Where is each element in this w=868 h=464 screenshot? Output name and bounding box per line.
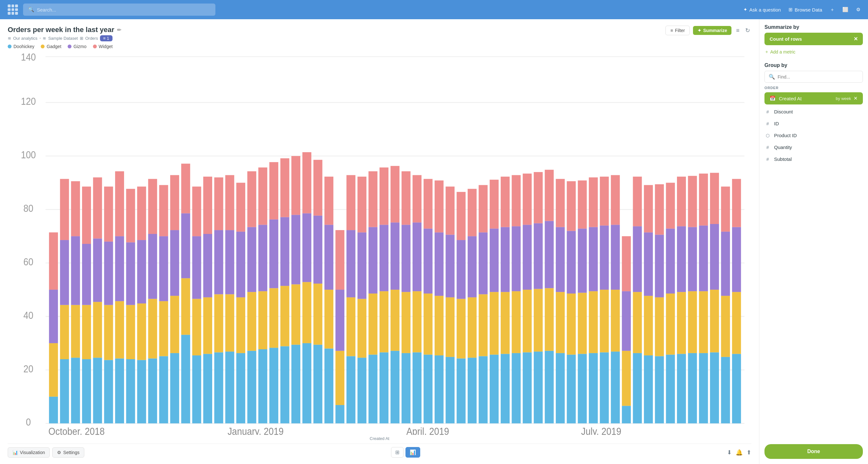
svg-rect-222 [611, 225, 620, 290]
group-search-input[interactable] [778, 74, 859, 80]
hash-icon-discount: # [765, 109, 771, 114]
svg-rect-208 [578, 354, 587, 423]
share-icon[interactable]: ⬆ [746, 449, 751, 456]
svg-rect-88 [247, 351, 256, 423]
svg-rect-42 [115, 236, 124, 301]
visualization-button[interactable]: 📊 Visualization [8, 447, 50, 458]
remove-group-icon[interactable]: ✕ [854, 95, 858, 101]
group-by-label: Group by [760, 60, 868, 71]
svg-rect-229 [633, 292, 642, 353]
browse-data-link[interactable]: ⊞ Browse Data [788, 7, 822, 12]
svg-rect-73 [203, 297, 212, 354]
group-item-id[interactable]: # ID [760, 118, 868, 129]
chart-header: Orders per week in the last year ✏ ≋ Our… [8, 26, 751, 41]
svg-rect-20 [60, 359, 69, 423]
discount-label: Discount [774, 109, 793, 114]
chart-container: 0 20 40 60 80 100 120 140 [8, 53, 751, 441]
svg-rect-55 [148, 179, 157, 234]
svg-rect-121 [336, 351, 345, 405]
remove-metric-icon[interactable]: ✕ [854, 36, 858, 42]
svg-rect-125 [346, 297, 355, 356]
display-button[interactable]: ⬜ [842, 7, 848, 12]
bottom-left: 📊 Visualization ⚙ Settings [8, 447, 84, 458]
svg-rect-38 [104, 242, 113, 305]
filter-badge[interactable]: ≡ 1 [100, 35, 113, 41]
svg-rect-62 [170, 230, 179, 296]
svg-rect-174 [478, 232, 488, 294]
bc-analytics[interactable]: Our analytics [13, 36, 37, 41]
summarize-button[interactable]: ✦ Summarize [693, 26, 732, 35]
plus-icon: ✦ [743, 7, 747, 12]
settings-button[interactable]: ⚙ [856, 7, 860, 12]
svg-rect-175 [478, 185, 488, 232]
group-item-quantity[interactable]: # Quantity [760, 141, 868, 153]
svg-rect-186 [512, 226, 521, 291]
created-at-group-pill[interactable]: 📅 Created At by week ✕ [765, 92, 863, 104]
link-icon-product-id: ⬡ [765, 133, 771, 138]
table-view-toggle[interactable]: ⊞ [391, 447, 404, 458]
svg-rect-193 [534, 289, 542, 351]
svg-rect-137 [379, 291, 389, 352]
svg-rect-100 [280, 346, 289, 423]
group-item-subtotal[interactable]: # Subtotal [760, 153, 868, 165]
svg-rect-183 [501, 177, 509, 227]
filter-icon: ≡ [670, 28, 673, 33]
done-button[interactable]: Done [765, 444, 863, 459]
legend-dot-gadget [41, 44, 44, 49]
svg-rect-138 [379, 225, 389, 291]
svg-rect-47 [126, 189, 135, 242]
add-metric-button[interactable]: ＋ Add a metric [760, 48, 868, 60]
settings-button[interactable]: ⚙ Settings [52, 447, 84, 458]
svg-rect-263 [721, 186, 730, 232]
svg-rect-65 [181, 278, 190, 335]
svg-rect-75 [203, 177, 212, 234]
download-icon[interactable]: ⬇ [727, 449, 732, 456]
svg-rect-238 [655, 235, 664, 297]
svg-rect-260 [721, 357, 730, 423]
svg-rect-141 [391, 290, 399, 351]
svg-rect-39 [104, 186, 113, 242]
alert-icon[interactable]: 🔔 [736, 449, 743, 456]
bc-orders[interactable]: Orders [85, 36, 98, 41]
svg-rect-226 [622, 291, 631, 351]
svg-rect-266 [732, 227, 741, 292]
svg-rect-231 [633, 177, 642, 226]
svg-rect-182 [501, 227, 509, 292]
svg-rect-60 [170, 353, 179, 423]
bar-chart: 0 20 40 60 80 100 120 140 [8, 53, 751, 435]
svg-rect-74 [203, 234, 212, 297]
svg-rect-202 [556, 227, 565, 292]
new-button[interactable]: ＋ [830, 7, 835, 13]
search-bar[interactable]: 🔍 Search... [23, 3, 215, 16]
filter-button[interactable]: ≡ Filter [665, 26, 689, 35]
svg-rect-115 [313, 160, 322, 216]
refresh-button[interactable]: ↻ [744, 26, 751, 35]
svg-rect-151 [412, 175, 422, 222]
svg-rect-51 [137, 186, 146, 240]
svg-rect-191 [523, 174, 532, 225]
legend-label-widget: Widget [99, 44, 113, 49]
group-item-discount[interactable]: # Discount [760, 106, 868, 118]
svg-rect-112 [313, 345, 322, 424]
search-icon: 🔍 [769, 74, 775, 80]
svg-rect-132 [369, 355, 378, 424]
svg-rect-161 [445, 297, 455, 357]
quantity-label: Quantity [774, 145, 792, 150]
svg-rect-129 [358, 299, 366, 358]
chart-view-toggle[interactable]: 📊 [405, 447, 420, 458]
ask-question-link[interactable]: ✦ Ask a question [743, 7, 781, 12]
svg-rect-103 [280, 158, 289, 217]
group-item-product-id[interactable]: ⬡ Product ID [760, 129, 868, 141]
bc-dataset[interactable]: Sample Dataset [48, 36, 78, 41]
svg-text:60: 60 [23, 256, 33, 267]
count-of-rows-pill[interactable]: Count of rows ✕ [765, 33, 863, 45]
svg-rect-159 [435, 180, 444, 232]
legend-gadget: Gadget [41, 44, 61, 49]
svg-rect-189 [523, 290, 532, 352]
svg-rect-131 [358, 177, 366, 232]
edit-title-icon[interactable]: ✏ [117, 27, 121, 33]
svg-rect-147 [402, 172, 411, 225]
sort-button[interactable]: ≡ [735, 26, 741, 35]
svg-rect-114 [313, 216, 322, 284]
svg-text:October, 2018: October, 2018 [49, 426, 104, 435]
